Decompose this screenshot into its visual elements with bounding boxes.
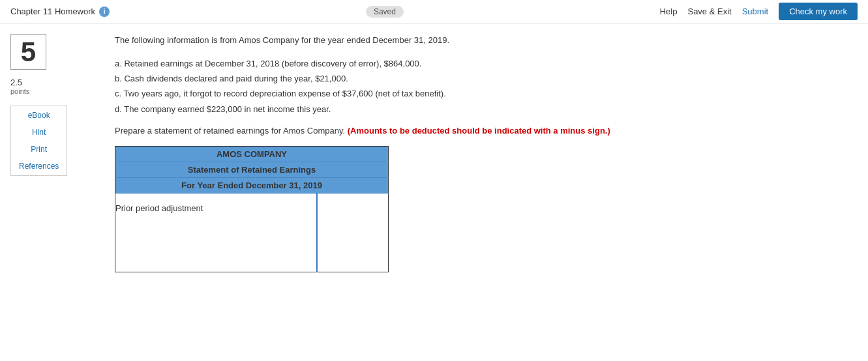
question-number-box: 5 — [10, 34, 46, 70]
points-value: 2.5 — [10, 78, 29, 87]
info-d: d. The company earned $223,000 in net in… — [115, 102, 858, 117]
intro-text: The following information is from Amos C… — [115, 34, 858, 47]
row5-value-cell[interactable] — [317, 233, 389, 242]
left-panel: 5 2.5 points eBook Hint Print References — [10, 34, 102, 272]
help-link[interactable]: Help — [660, 7, 678, 16]
row4-value-cell[interactable] — [317, 223, 389, 233]
points-section: 2.5 points — [10, 78, 29, 95]
top-bar-left: Chapter 11 Homework i — [10, 7, 110, 17]
hint-link[interactable]: Hint — [11, 126, 67, 139]
main-content: 5 2.5 points eBook Hint Print References… — [0, 23, 868, 283]
table-row — [115, 213, 389, 223]
row1-value-cell[interactable] — [317, 194, 389, 204]
period-label-cell: For Year Ended December 31, 2019 — [115, 178, 389, 194]
prior-period-value-cell[interactable] — [317, 203, 389, 213]
question-number: 5 — [21, 36, 36, 68]
info-c: c. Two years ago, it forgot to record de… — [115, 86, 858, 101]
info-b: b. Cash dividends declared and paid duri… — [115, 71, 858, 86]
save-exit-link[interactable]: Save & Exit — [687, 7, 731, 16]
statement-title-cell: Statement of Retained Earnings — [115, 162, 389, 178]
row5-label-input[interactable] — [115, 233, 316, 242]
info-list: a. Retained earnings at December 31, 201… — [115, 56, 858, 117]
prior-period-value-input[interactable] — [318, 204, 388, 213]
table-row — [115, 223, 389, 233]
row1-value-input[interactable] — [318, 194, 388, 203]
row5-label-cell[interactable] — [115, 233, 317, 242]
saved-badge-container: Saved — [366, 7, 404, 16]
instruction-plain: Prepare a statement of retained earnings… — [115, 126, 345, 136]
row6-label-cell[interactable] — [115, 242, 317, 252]
row1-label-input[interactable] — [115, 194, 316, 203]
check-my-work-button[interactable]: Check my work — [779, 3, 858, 20]
ebook-link[interactable]: eBook — [11, 109, 67, 122]
row1-label-cell[interactable] — [115, 194, 317, 204]
table-header-title: Statement of Retained Earnings — [115, 162, 389, 178]
prior-period-label: Prior period adjustment — [115, 203, 203, 213]
prior-period-label-cell: Prior period adjustment — [115, 203, 317, 213]
row3-label-input[interactable] — [115, 214, 316, 223]
top-bar-right: Help Save & Exit Submit Check my work — [660, 3, 858, 20]
row6-value-cell[interactable] — [317, 242, 389, 252]
row7-value-cell[interactable] — [317, 252, 389, 262]
row4-label-input[interactable] — [115, 224, 316, 233]
row4-label-cell[interactable] — [115, 223, 317, 233]
print-link[interactable]: Print — [11, 143, 67, 156]
points-label: points — [10, 87, 29, 95]
info-icon[interactable]: i — [99, 7, 110, 17]
row4-value-input[interactable] — [318, 224, 388, 233]
table-row — [115, 262, 389, 272]
table-header-period: For Year Ended December 31, 2019 — [115, 178, 389, 194]
table-body: Prior period adjustment — [115, 194, 389, 272]
table-row — [115, 252, 389, 262]
table-row — [115, 194, 389, 204]
row7-label-cell[interactable] — [115, 252, 317, 262]
sidebar-links: eBook Hint Print References — [10, 106, 67, 176]
table-header-company: AMOS COMPANY — [115, 147, 389, 162]
row7-label-input[interactable] — [115, 253, 316, 262]
row3-value-cell[interactable] — [317, 213, 389, 223]
table-row: Prior period adjustment — [115, 203, 389, 213]
submit-link[interactable]: Submit — [742, 7, 768, 16]
row8-label-cell[interactable] — [115, 262, 317, 272]
table-row — [115, 233, 389, 242]
row6-value-input[interactable] — [318, 243, 388, 252]
row3-label-cell[interactable] — [115, 213, 317, 223]
row3-value-input[interactable] — [318, 214, 388, 223]
row8-value-cell[interactable] — [317, 262, 389, 272]
company-name-cell: AMOS COMPANY — [115, 147, 389, 162]
row8-label-input[interactable] — [115, 263, 316, 272]
right-panel: The following information is from Amos C… — [115, 34, 858, 272]
table-row — [115, 242, 389, 252]
info-a: a. Retained earnings at December 31, 201… — [115, 56, 858, 71]
references-link[interactable]: References — [11, 160, 67, 173]
top-bar: Chapter 11 Homework i Saved Help Save & … — [0, 0, 868, 23]
row7-value-input[interactable] — [318, 253, 388, 262]
saved-badge: Saved — [366, 6, 404, 18]
row5-value-input[interactable] — [318, 233, 388, 242]
instruction-red: (Amounts to be deducted should be indica… — [348, 126, 610, 136]
row8-value-input[interactable] — [318, 263, 388, 272]
statement-table: AMOS COMPANY Statement of Retained Earni… — [115, 146, 389, 272]
chapter-title: Chapter 11 Homework — [10, 7, 95, 16]
row6-label-input[interactable] — [115, 243, 316, 252]
instruction-text: Prepare a statement of retained earnings… — [115, 126, 858, 136]
